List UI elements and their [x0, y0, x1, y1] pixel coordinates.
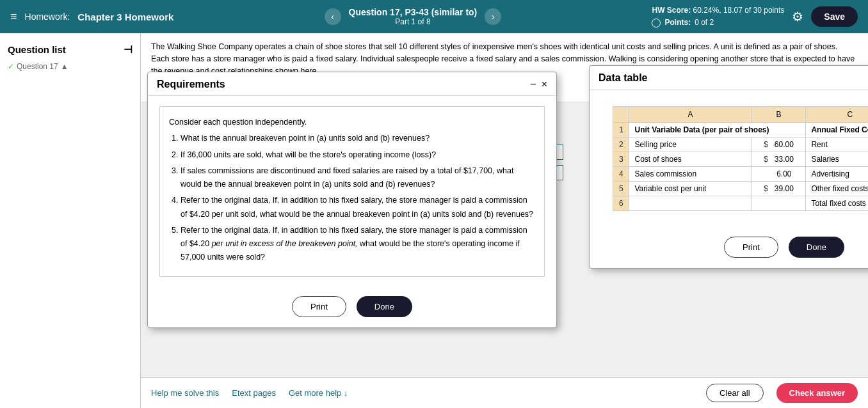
- cost-of-shoes-val: $ 33.00: [751, 152, 806, 167]
- requirements-minimize-button[interactable]: −: [530, 79, 536, 90]
- cost-of-shoes-label: Cost of shoes: [629, 152, 751, 167]
- requirements-box: Consider each question independently. Wh…: [159, 106, 545, 277]
- gear-icon[interactable]: ⚙: [792, 9, 803, 24]
- sidebar-item-q17[interactable]: ✓ Question 17 ▲: [0, 59, 140, 74]
- datatable-modal-footer: Print Done: [590, 228, 868, 268]
- row-num-2: 2: [613, 137, 629, 152]
- question-info: Question 17, P3-43 (similar to) Part 1 o…: [349, 7, 478, 26]
- etext-link[interactable]: Etext pages: [232, 388, 276, 398]
- row6-cola: [629, 196, 751, 211]
- datatable-print-button[interactable]: Print: [724, 237, 778, 258]
- main-area: Question list ⊣ ✓ Question 17 ▲ The Walk…: [0, 33, 868, 408]
- salaries-label: Salaries: [806, 152, 868, 167]
- requirements-done-button[interactable]: Done: [357, 296, 412, 317]
- requirements-print-button[interactable]: Print: [292, 296, 346, 317]
- requirements-modal-footer: Print Done: [148, 287, 556, 327]
- requirements-intro: Consider each question independently.: [169, 116, 535, 129]
- row-num-3: 3: [613, 152, 629, 167]
- requirements-close-button[interactable]: ×: [542, 79, 547, 90]
- datatable-modal: Data table − × A B C D: [589, 65, 868, 269]
- table-row-4: 4 Sales commission 6.00 Advertising 32,0…: [613, 167, 869, 182]
- requirements-list: What is the annual breakeven point in (a…: [169, 132, 535, 264]
- requirements-modal-title: Requirements: [157, 79, 225, 90]
- requirements-modal-body: Consider each question independently. Wh…: [148, 96, 556, 287]
- score-value: 60.24%, 18.07 of 30 points: [693, 6, 785, 15]
- datatable-modal-title: Data table: [599, 72, 647, 84]
- score-label: HW Score:: [652, 6, 691, 15]
- datatable-done-button[interactable]: Done: [789, 237, 844, 258]
- check-answer-button[interactable]: Check answer: [776, 383, 858, 403]
- sidebar-item-label: Question 17: [17, 62, 58, 71]
- req-item-4: Refer to the original data. If, in addit…: [181, 194, 535, 221]
- clear-all-button[interactable]: Clear all: [706, 384, 764, 402]
- req-item-1: What is the annual breakeven point in (a…: [181, 132, 535, 145]
- next-question-button[interactable]: ›: [485, 8, 501, 25]
- more-help-link[interactable]: Get more help ↓: [289, 388, 348, 398]
- points-value: 0 of 2: [695, 17, 714, 29]
- table-row-1: 1 Unit Variable Data (per pair of shoes)…: [613, 123, 869, 137]
- datatable-modal-header: Data table − ×: [590, 66, 868, 90]
- total-fixed-label: Total fixed costs: [806, 196, 868, 211]
- sales-commission-val: 6.00: [751, 167, 806, 182]
- prev-question-button[interactable]: ‹: [325, 8, 341, 25]
- row-num-5: 5: [613, 182, 629, 196]
- datatable-modal-body: A B C D 1 Unit Variable Data (per pair o…: [590, 90, 868, 228]
- requirements-modal-header: Requirements − ×: [148, 72, 556, 96]
- center-nav: ‹ Question 17, P3-43 (similar to) Part 1…: [181, 7, 644, 26]
- menu-icon[interactable]: ≡: [10, 10, 17, 24]
- selling-price-val: $ 60.00: [751, 137, 806, 152]
- table-row-5: 5 Variable cost per unit $ 39.00 Other f…: [613, 182, 869, 196]
- row-num-4: 4: [613, 167, 629, 182]
- col-header-blank: [613, 107, 629, 123]
- req-item-5-italic: per unit in excess of the breakeven poin…: [212, 239, 358, 248]
- table-row-2: 2 Selling price $ 60.00 Rent $ 25,000: [613, 137, 869, 152]
- selling-price-label: Selling price: [629, 137, 751, 152]
- row-num-1: 1: [613, 123, 629, 137]
- req-item-2: If 36,000 units are sold, what will be t…: [181, 148, 535, 162]
- annual-fixed-header: Annual Fixed Costs: [806, 123, 868, 137]
- unit-var-header: Unit Variable Data (per pair of shoes): [629, 123, 806, 137]
- variable-cost-label: Variable cost per unit: [629, 182, 751, 196]
- help-link[interactable]: Help me solve this: [151, 388, 219, 398]
- other-fixed-label: Other fixed costs: [806, 182, 868, 196]
- question-part: Part 1 of 8: [349, 17, 478, 26]
- sidebar-title-text: Question list: [8, 44, 66, 55]
- top-navbar: ≡ Homework: Chapter 3 Homework ‹ Questio…: [0, 0, 868, 33]
- req-item-5: Refer to the original data. If, in addit…: [181, 224, 535, 265]
- sidebar: Question list ⊣ ✓ Question 17 ▲: [0, 33, 141, 408]
- table-row-3: 3 Cost of shoes $ 33.00 Salaries 171,500: [613, 152, 869, 167]
- save-button[interactable]: Save: [811, 6, 858, 27]
- col-header-a: A: [629, 107, 751, 123]
- content-area: The Walking Shoe Company operates a chai…: [141, 33, 868, 408]
- score-section: HW Score: 60.24%, 18.07 of 30 points Poi…: [652, 4, 784, 29]
- table-row-6: 6 Total fixed costs $ 241,500: [613, 196, 869, 211]
- data-table: A B C D 1 Unit Variable Data (per pair o…: [613, 106, 868, 211]
- check-icon: ✓: [8, 62, 14, 71]
- requirements-modal-controls: − ×: [530, 79, 547, 90]
- collapse-sidebar-icon[interactable]: ⊣: [124, 43, 133, 56]
- advertising-label: Advertising: [806, 167, 868, 182]
- sales-commission-label: Sales commission: [629, 167, 751, 182]
- homework-prefix: Homework:: [25, 12, 70, 22]
- col-header-c: C: [806, 107, 868, 123]
- rent-label: Rent: [806, 137, 868, 152]
- variable-cost-val: $ 39.00: [751, 182, 806, 196]
- row6-colb: [751, 196, 806, 211]
- row-num-6: 6: [613, 196, 629, 211]
- col-header-b: B: [751, 107, 806, 123]
- homework-title: Chapter 3 Homework: [77, 12, 173, 22]
- question-title: Question 17, P3-43 (similar to): [349, 7, 478, 17]
- bottom-bar: Help me solve this Etext pages Get more …: [141, 377, 868, 408]
- points-label: Points:: [664, 17, 691, 29]
- requirements-modal: Requirements − × Consider each question …: [147, 72, 557, 328]
- sidebar-title: Question list ⊣: [0, 40, 140, 59]
- req-item-3: If sales commissions are discontinued an…: [181, 164, 535, 192]
